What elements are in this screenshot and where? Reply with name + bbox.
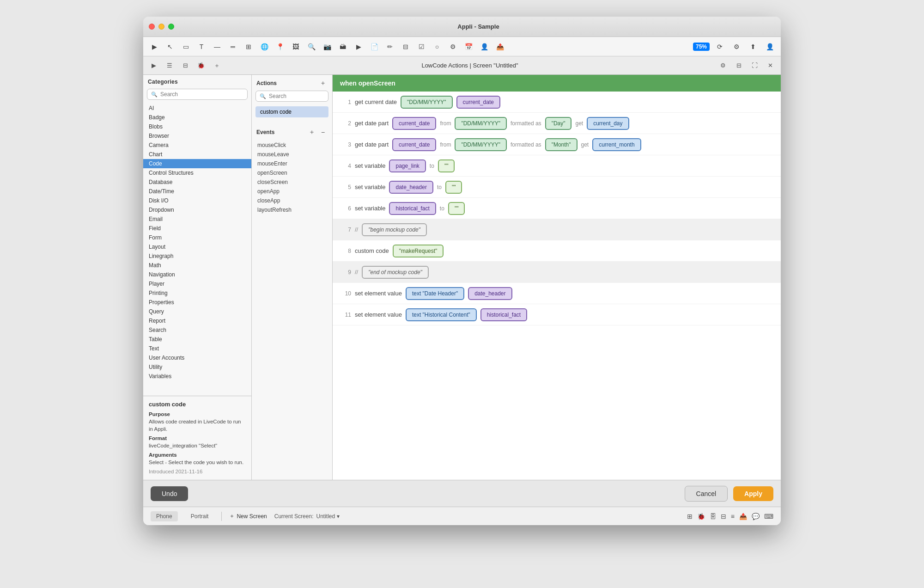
category-item-date/time[interactable]: Date/Time: [143, 187, 251, 196]
settings2-icon[interactable]: ⚙: [717, 60, 729, 72]
table-button[interactable]: ⊞: [242, 40, 255, 53]
pin-button[interactable]: 📍: [274, 40, 286, 53]
category-item-player[interactable]: Player: [143, 279, 251, 288]
bug2-icon[interactable]: 🐞: [697, 513, 705, 520]
apply-button[interactable]: Apply: [733, 486, 773, 501]
new-screen-button[interactable]: ＋ New Screen: [229, 512, 267, 520]
close-icon[interactable]: ✕: [764, 60, 776, 72]
category-item-badge[interactable]: Badge: [143, 113, 251, 122]
portrait-tab[interactable]: Portrait: [185, 511, 214, 521]
add-event-icon[interactable]: ＋: [307, 128, 316, 137]
photo-button[interactable]: 🏔: [336, 40, 349, 53]
circle-button[interactable]: ○: [431, 40, 444, 53]
cursor-button[interactable]: ↖: [164, 40, 176, 53]
event-item-closeapp[interactable]: closeApp: [252, 196, 332, 205]
event-item-layoutrefresh[interactable]: layoutRefresh: [252, 205, 332, 214]
chip-2-3[interactable]: current_day: [587, 117, 629, 130]
bug-icon[interactable]: 🐞: [195, 60, 207, 72]
chip-6-0[interactable]: historical_fact: [389, 202, 436, 215]
category-item-blobs[interactable]: Blobs: [143, 122, 251, 131]
undo-button[interactable]: Undo: [151, 486, 188, 501]
chip-2-0[interactable]: current_date: [392, 117, 436, 130]
chip-3-1[interactable]: "DD/MM/YYYY": [455, 138, 507, 151]
database-icon[interactable]: 🗄: [710, 513, 716, 520]
chip-11-0[interactable]: text "Historical Content": [406, 308, 477, 321]
category-item-control-structures[interactable]: Control Structures: [143, 168, 251, 178]
category-item-browser[interactable]: Browser: [143, 131, 251, 141]
categories-search-box[interactable]: 🔍: [147, 89, 248, 100]
phone-tab[interactable]: Phone: [151, 511, 178, 521]
actions-search-input[interactable]: [269, 93, 324, 99]
logo-icon[interactable]: ▶: [148, 60, 160, 72]
category-item-text[interactable]: Text: [143, 344, 251, 353]
chip-6-1[interactable]: "": [448, 202, 465, 215]
category-item-form[interactable]: Form: [143, 233, 251, 242]
sliders-button[interactable]: ⚙: [446, 40, 459, 53]
list-icon[interactable]: ≡: [731, 513, 735, 520]
chip-5-1[interactable]: "": [445, 181, 462, 194]
remove-event-icon[interactable]: −: [318, 128, 328, 137]
add-action-icon[interactable]: ＋: [318, 79, 328, 88]
rect-button[interactable]: ▭: [179, 40, 192, 53]
zoom-button[interactable]: [168, 24, 174, 30]
page-button[interactable]: 📄: [368, 40, 381, 53]
layers-icon[interactable]: ⊟: [179, 60, 191, 72]
chip-2-1[interactable]: "DD/MM/YYYY": [455, 117, 507, 130]
play-button[interactable]: ▶: [148, 40, 161, 53]
cancel-button[interactable]: Cancel: [685, 486, 728, 502]
category-item-camera[interactable]: Camera: [143, 141, 251, 150]
chip-6[interactable]: "begin mockup code": [362, 223, 427, 236]
event-item-mouseclick[interactable]: mouseClick: [252, 141, 332, 150]
event-item-closescreen[interactable]: closeScreen: [252, 178, 332, 187]
category-item-table[interactable]: Table: [143, 335, 251, 344]
chip-8[interactable]: "end of mockup code": [362, 266, 429, 279]
actions-search-box[interactable]: 🔍: [255, 91, 328, 102]
category-item-properties[interactable]: Properties: [143, 298, 251, 307]
category-item-user-accounts[interactable]: User Accounts: [143, 353, 251, 362]
text-button[interactable]: T: [195, 40, 208, 53]
sync-button[interactable]: ⟳: [713, 40, 726, 53]
category-item-database[interactable]: Database: [143, 178, 251, 187]
minimize-button[interactable]: [158, 24, 164, 30]
category-item-report[interactable]: Report: [143, 316, 251, 325]
chip-3-2[interactable]: "Month": [545, 138, 578, 151]
chip-10-1[interactable]: date_header: [468, 287, 512, 300]
category-item-chart[interactable]: Chart: [143, 150, 251, 159]
event-item-mouseenter[interactable]: mouseEnter: [252, 159, 332, 168]
video-button[interactable]: ▶: [352, 40, 365, 53]
chat-icon[interactable]: 💬: [752, 513, 760, 520]
category-item-dropdown[interactable]: Dropdown: [143, 205, 251, 214]
menu-icon[interactable]: ☰: [164, 60, 176, 72]
camera-button[interactable]: 📷: [321, 40, 334, 53]
chip-4-0[interactable]: page_link: [389, 159, 426, 172]
event-item-openapp[interactable]: openApp: [252, 187, 332, 196]
category-item-navigation[interactable]: Navigation: [143, 270, 251, 279]
custom-code-item[interactable]: custom code: [255, 106, 328, 117]
layers2-icon[interactable]: ⊟: [721, 513, 726, 520]
category-item-disk-i/o[interactable]: Disk I/O: [143, 196, 251, 205]
categories-search-input[interactable]: [160, 91, 243, 98]
split-icon[interactable]: ⊟: [733, 60, 745, 72]
hrule-button[interactable]: ═: [226, 40, 239, 53]
calendar-button[interactable]: 📅: [462, 40, 475, 53]
category-item-query[interactable]: Query: [143, 307, 251, 316]
terminal-icon[interactable]: ⌨: [764, 513, 773, 520]
chip-11-1[interactable]: historical_fact: [480, 308, 527, 321]
settings-button[interactable]: ⚙: [730, 40, 743, 53]
chip-1-0[interactable]: "DD/MM/YYYY": [401, 96, 453, 109]
chip-4-1[interactable]: "": [438, 159, 455, 172]
chip-2-2[interactable]: "Day": [545, 117, 572, 130]
chip-3-3[interactable]: current_month: [592, 138, 641, 151]
category-item-email[interactable]: Email: [143, 214, 251, 224]
category-item-variables[interactable]: Variables: [143, 372, 251, 381]
account-button[interactable]: 👤: [763, 40, 776, 53]
checkbox-button[interactable]: ☑: [415, 40, 428, 53]
event-item-openscreen[interactable]: openScreen: [252, 168, 332, 178]
chip-3-0[interactable]: current_date: [392, 138, 436, 151]
category-item-printing[interactable]: Printing: [143, 288, 251, 298]
globe-button[interactable]: 🌐: [258, 40, 271, 53]
share-button[interactable]: 📤: [493, 40, 506, 53]
fullscreen-icon[interactable]: ⛶: [748, 60, 760, 72]
line-button[interactable]: —: [211, 40, 224, 53]
category-item-layout[interactable]: Layout: [143, 242, 251, 251]
